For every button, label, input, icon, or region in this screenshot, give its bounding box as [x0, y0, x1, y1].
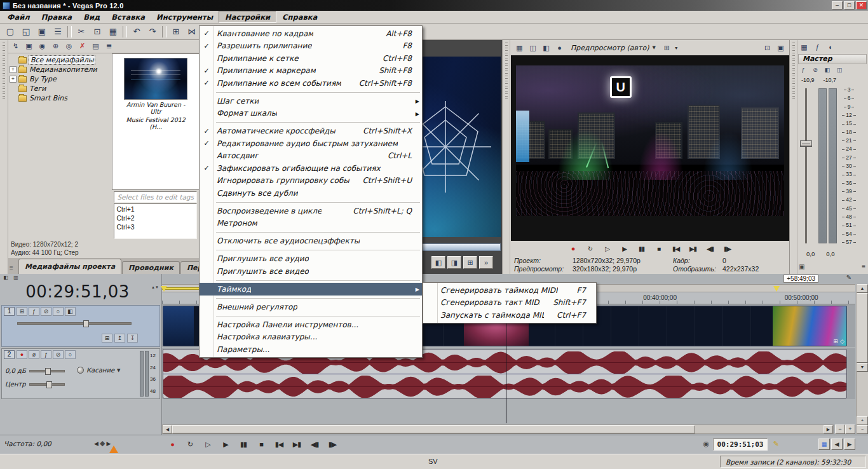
track-up-button[interactable]: ↥	[114, 334, 125, 343]
track-pan-slider[interactable]	[29, 383, 65, 386]
previous-frame-button[interactable]: ◀▮	[306, 437, 323, 451]
track-solo-button[interactable]: ○	[53, 307, 64, 316]
track-fx-button[interactable]: ƒ	[29, 307, 39, 316]
tag-edit-input[interactable]: Select files to edit tags	[114, 191, 197, 203]
play-button[interactable]: ▶	[217, 437, 234, 451]
track-opacity-slider[interactable]	[17, 322, 132, 325]
minimize-button[interactable]: –	[832, 1, 843, 10]
record-button[interactable]: ●	[565, 242, 581, 255]
tree-item[interactable]: Smart Bins	[8, 93, 112, 103]
split-screen-view-button[interactable]: ◧	[540, 43, 552, 53]
tree-item[interactable]: Теги	[8, 84, 112, 93]
track-zoom-in-button[interactable]: +	[857, 416, 868, 425]
redo-button[interactable]: ↷	[145, 25, 160, 38]
menu-item[interactable]: Игнорировать группировку событийCtrl+Shi…	[200, 175, 422, 187]
shortcut-row[interactable]: Ctrl+1	[116, 205, 194, 214]
menu-item[interactable]: Отключить все аудиоспецэффекты	[200, 235, 422, 248]
new-project-button[interactable]: ▢	[3, 25, 18, 38]
timeline-marker[interactable]	[161, 286, 167, 292]
scroll-up-button[interactable]: ▲	[857, 284, 868, 293]
menu-item[interactable]	[200, 119, 422, 125]
scroll-left-button[interactable]: ◀	[163, 425, 172, 433]
trimmer-fit-button[interactable]: ◨	[447, 256, 461, 269]
track-mute-button[interactable]: ⊘	[41, 307, 51, 316]
timeline-marker[interactable]	[773, 286, 780, 292]
overlays-grid-button[interactable]: ⊞	[661, 43, 673, 53]
stop-button[interactable]: ■	[253, 437, 269, 451]
tree-item[interactable]: +Медианакопители	[8, 65, 112, 74]
pause-button[interactable]: ▮▮	[634, 242, 649, 255]
dock-scroll-right-button[interactable]: ▶	[844, 438, 855, 450]
menubar-item-insert[interactable]: Вставка	[105, 11, 151, 23]
go-to-end-button[interactable]: ▶▮	[288, 437, 305, 451]
tree-item[interactable]: Все медиафайлы	[8, 55, 112, 65]
capture-video-button[interactable]: ◉	[36, 41, 48, 51]
menubar-item-edit[interactable]: Правка	[36, 11, 78, 23]
pause-button[interactable]: ▮▮	[235, 437, 252, 451]
compositing-mode-button[interactable]: ◧	[65, 307, 76, 316]
trimmer-more-button[interactable]: »	[479, 256, 493, 269]
meter-lock-icon[interactable]: ▣	[799, 263, 804, 270]
video-track-header[interactable]: 1 ⊞ƒ⊘○◧ ⊞ ↥ ↧	[1, 305, 160, 347]
go-to-start-button[interactable]: ▮◀	[668, 242, 684, 255]
master-fx-button[interactable]: ƒ	[798, 65, 808, 74]
go-to-end-button[interactable]: ▶▮	[685, 242, 701, 255]
shortcut-row[interactable]: Ctrl+2	[116, 214, 194, 222]
trimmer-overlay-button[interactable]: ⊞	[463, 256, 477, 269]
snapping-button[interactable]: ⊞	[168, 25, 184, 38]
menu-item[interactable]	[200, 296, 422, 301]
menu-item[interactable]: Прилипание к сеткеCtrl+F8	[200, 52, 422, 65]
copy-button[interactable]: ⊡	[90, 25, 105, 38]
project-video-properties-button[interactable]: ▦	[513, 43, 526, 53]
remove-media-button[interactable]: ✗	[76, 41, 88, 51]
toolbar-separator[interactable]	[67, 26, 72, 37]
toolbar-separator[interactable]	[162, 26, 166, 37]
media-properties-button[interactable]: ▤	[90, 41, 102, 51]
mixer-views-button[interactable]: ◐	[825, 42, 837, 53]
auto-preview-button[interactable]: ↯	[10, 41, 22, 51]
tree-item[interactable]: +By Type	[8, 74, 112, 84]
save-project-button[interactable]: ▣	[34, 25, 50, 38]
preview-quality-dropdown[interactable]: Предпросмотр (авто) ▼	[567, 44, 660, 52]
track-volume-slider[interactable]	[29, 370, 65, 372]
menu-item[interactable]: ✓Квантование по кадрамAlt+F8	[200, 27, 422, 40]
menu-item[interactable]: Параметры...	[200, 343, 422, 356]
timeline-horizontal-scrollbar[interactable]: ◀ ▶	[162, 425, 834, 434]
meter-options-icon[interactable]: ≡	[862, 263, 865, 270]
scrollbar-thumb[interactable]	[172, 425, 695, 433]
menubar-item-view[interactable]: Вид	[78, 11, 105, 23]
volume-envelope-line[interactable]	[163, 374, 846, 374]
loop-playback-button[interactable]: ↻	[582, 242, 598, 255]
cursor-timecode-display[interactable]: 00:29:51,03	[6, 282, 149, 302]
menu-item[interactable]: Шаг сетки▶	[200, 95, 422, 107]
open-project-button[interactable]: ◱	[18, 25, 34, 38]
menu-item[interactable]: Сдвинуть все дубли	[200, 187, 422, 200]
media-search-button[interactable]: ◎	[63, 41, 75, 51]
expander-icon[interactable]: +	[10, 76, 17, 83]
menu-item[interactable]: ✓Редактирование аудио быстрым затуханием	[200, 137, 422, 150]
menu-item[interactable]: Приглушить все видео	[200, 265, 422, 278]
project-properties-button[interactable]: ☰	[50, 25, 65, 38]
menubar-item-file[interactable]: Файл	[1, 11, 36, 23]
loop-playback-button[interactable]: ↻	[182, 437, 198, 451]
menu-item[interactable]: ✓Прилипание к маркерамShift+F8	[200, 65, 422, 78]
menu-item[interactable]: Внешний регулятор	[200, 301, 422, 313]
master-downmix-button[interactable]: ◫	[834, 65, 844, 74]
external-monitor-button[interactable]: ◫	[527, 43, 539, 53]
event-fx-icon[interactable]: ◇	[840, 338, 844, 344]
undo-button[interactable]: ↶	[129, 25, 144, 38]
menubar-item-help[interactable]: Справка	[276, 11, 323, 23]
preview-quality-color-button[interactable]: ●	[553, 43, 566, 53]
track-list-tool-2[interactable]: ▥	[11, 275, 20, 282]
track-solo-button[interactable]: ○	[65, 350, 76, 359]
audio-track-header[interactable]: 2 ●øƒ⊘○ 0,0 дБ Центр Касание ▼	[1, 348, 160, 399]
scrollbar-thumb[interactable]	[857, 293, 868, 363]
menu-item[interactable]: Настройка клавиатуры...	[200, 331, 422, 344]
mixer-dock-grip[interactable]	[790, 40, 797, 274]
scroll-down-button[interactable]: ▼	[857, 363, 868, 372]
get-media-from-web-button[interactable]: ⊕	[50, 41, 62, 51]
close-button[interactable]: ✕	[856, 1, 867, 10]
play-from-start-button[interactable]: ▷	[200, 437, 216, 451]
menu-item[interactable]: Формат шкалы▶	[200, 107, 422, 120]
menubar-item-tools[interactable]: Инструменты	[151, 11, 219, 23]
